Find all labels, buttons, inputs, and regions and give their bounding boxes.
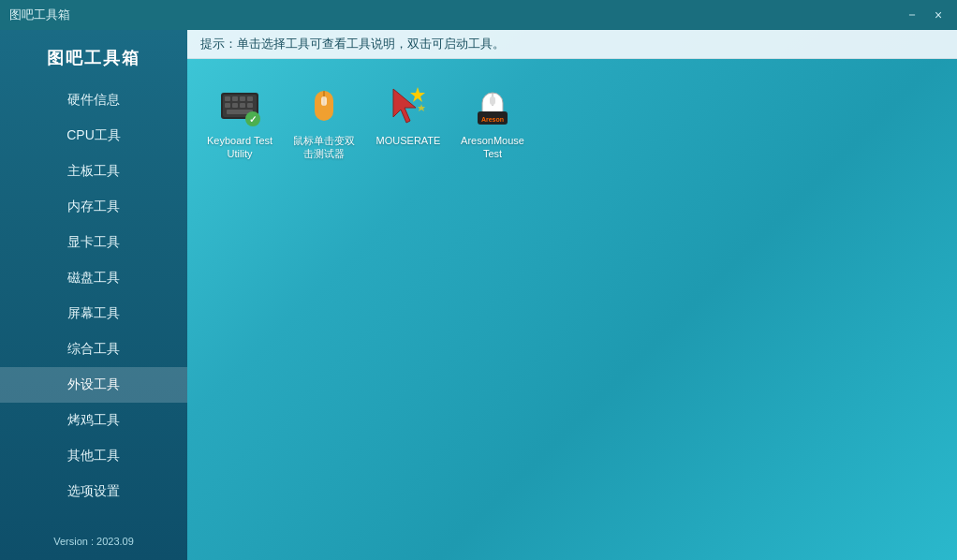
mouse-click-label: 鼠标单击变双击测试器 [290, 134, 358, 161]
svg-rect-21 [490, 96, 495, 105]
sidebar-item-stress[interactable]: 烤鸡工具 [0, 403, 187, 438]
sidebar-item-settings[interactable]: 选项设置 [0, 474, 187, 509]
svg-rect-7 [232, 103, 238, 108]
svg-rect-6 [225, 103, 230, 108]
mouse-svg-icon [302, 83, 346, 128]
svg-rect-5 [247, 96, 253, 101]
mouserate-icon [386, 83, 431, 128]
version-label: Version : 2023.09 [0, 526, 187, 560]
svg-marker-17 [410, 87, 425, 102]
keyboard-svg-icon: ✓ [217, 83, 262, 128]
sidebar-item-disk[interactable]: 磁盘工具 [0, 260, 187, 296]
sidebar-item-mainboard[interactable]: 主板工具 [0, 154, 187, 189]
mouse-click-icon [302, 83, 346, 128]
sidebar-title: 图吧工具箱 [0, 30, 187, 82]
svg-rect-8 [240, 103, 245, 108]
svg-rect-9 [247, 103, 253, 108]
mouserate-svg-icon [386, 83, 431, 128]
sidebar-item-cpu[interactable]: CPU工具 [0, 118, 187, 154]
main-layout: 图吧工具箱 硬件信息 CPU工具 主板工具 内存工具 显卡工具 磁盘工具 屏幕工… [0, 30, 957, 560]
tool-mouserate[interactable]: MOUSERATE [371, 78, 446, 167]
svg-text:✓: ✓ [249, 114, 257, 125]
sidebar-item-screen[interactable]: 屏幕工具 [0, 296, 187, 332]
svg-rect-15 [321, 96, 327, 106]
svg-marker-18 [418, 104, 425, 111]
tool-mouse-click[interactable]: 鼠标单击变双击测试器 [287, 78, 361, 167]
window-controls: － × [903, 7, 948, 23]
svg-rect-2 [225, 96, 230, 101]
sidebar-item-general[interactable]: 综合工具 [0, 332, 187, 367]
svg-rect-4 [240, 96, 245, 101]
sidebar-item-memory[interactable]: 内存工具 [0, 189, 187, 225]
app-title: 图吧工具箱 [9, 7, 70, 23]
sidebar-item-peripheral[interactable]: 外设工具 [0, 367, 187, 403]
sidebar-item-other[interactable]: 其他工具 [0, 438, 187, 474]
keyboard-test-icon: ✓ [217, 83, 262, 128]
tools-grid: ✓ Keyboard Test Utility [187, 59, 957, 560]
svg-rect-3 [232, 96, 238, 101]
sidebar-nav: 硬件信息 CPU工具 主板工具 内存工具 显卡工具 磁盘工具 屏幕工具 综合工具… [0, 82, 187, 526]
close-button[interactable]: × [929, 7, 948, 23]
content-area: 提示：单击选择工具可查看工具说明，双击可启动工具。 [187, 30, 957, 560]
areson-icon: Areson [470, 83, 515, 128]
title-bar: 图吧工具箱 － × [0, 0, 957, 30]
mouserate-label: MOUSERATE [376, 134, 441, 147]
tool-areson[interactable]: Areson AresonMouseTest [455, 78, 530, 167]
hint-bar: 提示：单击选择工具可查看工具说明，双击可启动工具。 [187, 30, 957, 59]
tool-keyboard-test[interactable]: ✓ Keyboard Test Utility [202, 78, 277, 167]
sidebar-item-hardware[interactable]: 硬件信息 [0, 82, 187, 118]
svg-text:Areson: Areson [481, 116, 504, 123]
sidebar: 图吧工具箱 硬件信息 CPU工具 主板工具 内存工具 显卡工具 磁盘工具 屏幕工… [0, 30, 187, 560]
keyboard-test-label: Keyboard Test Utility [206, 134, 273, 161]
areson-label: AresonMouseTest [459, 134, 526, 161]
sidebar-item-gpu[interactable]: 显卡工具 [0, 225, 187, 260]
areson-svg-icon: Areson [470, 83, 515, 128]
minimize-button[interactable]: － [903, 7, 921, 23]
